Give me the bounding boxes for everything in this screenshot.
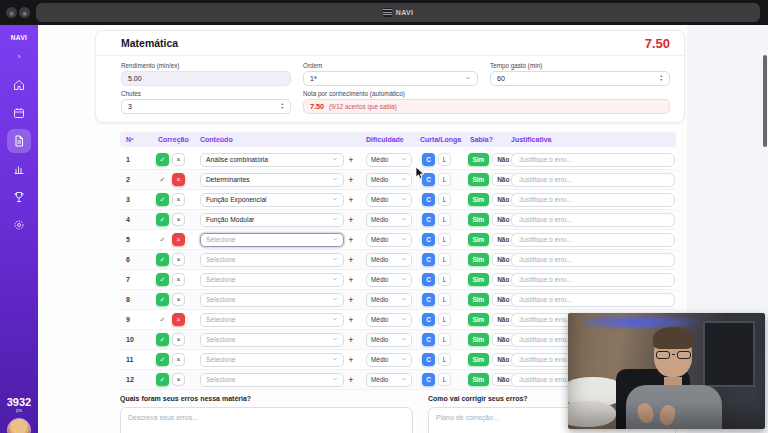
add-content-button[interactable]: + [344,235,358,245]
knew-yes-button[interactable]: Sim [468,213,489,226]
sidebar-item-calendar[interactable] [7,101,31,125]
content-select[interactable]: Selecione [200,233,344,247]
content-select[interactable]: Selecione [200,293,344,307]
correct-button[interactable]: ✓ [156,313,169,326]
length-long-button[interactable]: L [438,153,451,166]
correct-button[interactable]: ✓ [156,353,169,366]
justification-input[interactable] [511,173,675,187]
knew-yes-button[interactable]: Sim [468,253,489,266]
sidebar-item-achievements[interactable] [7,185,31,209]
difficulty-select[interactable]: Médio [366,333,412,347]
correct-button[interactable]: ✓ [156,173,169,186]
length-short-button[interactable]: C [422,213,435,226]
correct-button[interactable]: ✓ [156,293,169,306]
difficulty-select[interactable]: Médio [366,193,412,207]
avatar[interactable] [7,418,31,433]
difficulty-select[interactable]: Médio [366,253,412,267]
wrong-button[interactable]: × [172,293,185,306]
correct-button[interactable]: ✓ [156,273,169,286]
add-content-button[interactable]: + [344,255,358,265]
correct-button[interactable]: ✓ [156,193,169,206]
errors-textarea[interactable] [120,407,413,433]
add-content-button[interactable]: + [344,315,358,325]
number-stepper-icon[interactable]: ▲▼ [280,103,284,110]
knew-yes-button[interactable]: Sim [468,173,489,186]
length-long-button[interactable]: L [438,273,451,286]
length-long-button[interactable]: L [438,213,451,226]
difficulty-select[interactable]: Médio [366,373,412,387]
length-long-button[interactable]: L [438,373,451,386]
difficulty-select[interactable]: Médio [366,213,412,227]
add-content-button[interactable]: + [344,375,358,385]
chevron-right-icon[interactable]: › [18,52,21,61]
knew-yes-button[interactable]: Sim [468,313,489,326]
add-content-button[interactable]: + [344,175,358,185]
sidebar-item-documents[interactable] [7,129,31,153]
knew-yes-button[interactable]: Sim [468,353,489,366]
correct-button[interactable]: ✓ [156,253,169,266]
correct-button[interactable]: ✓ [156,333,169,346]
content-select[interactable]: Função Exponencial [200,193,344,207]
length-short-button[interactable]: C [422,353,435,366]
length-long-button[interactable]: L [438,193,451,206]
wrong-button[interactable]: × [172,213,185,226]
justification-input[interactable] [511,273,675,287]
content-select[interactable]: Selecione [200,253,344,267]
window-control-icon[interactable]: ▣ [6,7,17,18]
content-select[interactable]: Selecione [200,353,344,367]
length-long-button[interactable]: L [438,233,451,246]
content-select[interactable]: Selecione [200,273,344,287]
justification-input[interactable] [511,153,675,167]
add-content-button[interactable]: + [344,195,358,205]
content-select[interactable]: Selecione [200,373,344,387]
wrong-button[interactable]: × [172,253,185,266]
length-long-button[interactable]: L [438,353,451,366]
length-long-button[interactable]: L [438,333,451,346]
length-short-button[interactable]: C [422,293,435,306]
knew-yes-button[interactable]: Sim [468,193,489,206]
length-long-button[interactable]: L [438,293,451,306]
justification-input[interactable] [511,193,675,207]
wrong-button[interactable]: × [172,173,185,186]
wrong-button[interactable]: × [172,313,185,326]
window-control-icon[interactable]: ▣ [19,7,30,18]
add-content-button[interactable]: + [344,215,358,225]
difficulty-select[interactable]: Médio [366,353,412,367]
justification-input[interactable] [511,253,675,267]
difficulty-select[interactable]: Médio [366,293,412,307]
length-short-button[interactable]: C [422,333,435,346]
add-content-button[interactable]: + [344,155,358,165]
correct-button[interactable]: ✓ [156,213,169,226]
difficulty-select[interactable]: Médio [366,313,412,327]
add-content-button[interactable]: + [344,335,358,345]
knew-yes-button[interactable]: Sim [468,293,489,306]
length-short-button[interactable]: C [422,153,435,166]
scrollbar-thumb[interactable] [763,55,767,147]
number-stepper-icon[interactable]: ▲▼ [659,75,663,82]
correct-button[interactable]: ✓ [156,233,169,246]
length-short-button[interactable]: C [422,373,435,386]
wrong-button[interactable]: × [172,333,185,346]
content-select[interactable]: Análise combinatória [200,153,344,167]
justification-input[interactable] [511,293,675,307]
ordem-select[interactable]: 1ª [303,71,478,86]
wrong-button[interactable]: × [172,193,185,206]
length-short-button[interactable]: C [422,273,435,286]
length-long-button[interactable]: L [438,313,451,326]
difficulty-select[interactable]: Médio [366,273,412,287]
content-select[interactable]: Selecione [200,333,344,347]
difficulty-select[interactable]: Médio [366,173,412,187]
correct-button[interactable]: ✓ [156,373,169,386]
wrong-button[interactable]: × [172,353,185,366]
content-select[interactable]: Determinantes [200,173,344,187]
difficulty-select[interactable]: Médio [366,153,412,167]
wrong-button[interactable]: × [172,153,185,166]
length-short-button[interactable]: C [422,233,435,246]
add-content-button[interactable]: + [344,275,358,285]
content-select[interactable]: Selecione [200,313,344,327]
sidebar-item-settings[interactable] [7,213,31,237]
length-long-button[interactable]: L [438,253,451,266]
wrong-button[interactable]: × [172,233,185,246]
justification-input[interactable] [511,233,675,247]
chutes-input[interactable]: 3 ▲▼ [121,99,291,114]
